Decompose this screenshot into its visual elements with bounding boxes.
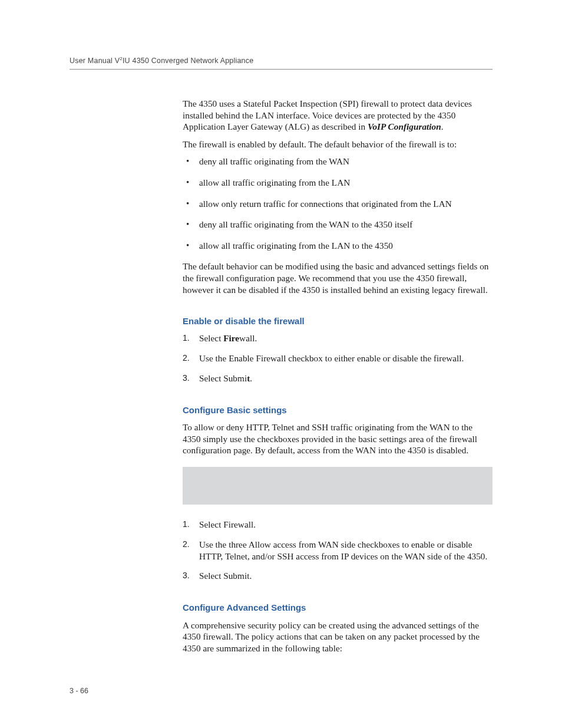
list-item: 2. Use the Enable Firewall checkbox to e…	[183, 353, 492, 364]
list-item: allow only return traffic for connection…	[183, 198, 492, 210]
header-divider	[70, 69, 492, 70]
step-text: Select Submi	[199, 373, 247, 383]
section-title-enable-disable: Enable or disable the firewall	[183, 315, 492, 327]
step-text: Select Submit.	[199, 571, 252, 581]
intro-text-end: .	[441, 121, 444, 131]
default-behavior-list: deny all traffic originating from the WA…	[183, 156, 492, 251]
basic-settings-steps: 1. Select Firewall. 2. Use the three All…	[183, 519, 492, 582]
intro-emphasis: VoIP Configuration	[368, 121, 441, 131]
step-number: 3.	[183, 373, 190, 383]
list-item: allow all traffic originating from the L…	[183, 177, 492, 189]
intro-paragraph-2: The firewall is enabled by default. The …	[183, 139, 492, 150]
main-content: The 4350 uses a Stateful Packet Inspecti…	[183, 98, 492, 654]
list-item: 2. Use the three Allow access from WAN s…	[183, 539, 492, 562]
list-item: deny all traffic originating from the WA…	[183, 219, 492, 230]
step-text: Use the three Allow access from WAN side…	[199, 539, 487, 561]
placeholder-box	[183, 467, 492, 505]
step-text: Select	[199, 333, 223, 343]
step-number: 3.	[183, 570, 190, 581]
step-text-end: .	[250, 373, 252, 383]
step-number: 1.	[183, 332, 190, 343]
post-bullets-paragraph: The default behavior can be modified usi…	[183, 261, 492, 295]
page-number: 3 - 66	[70, 687, 88, 695]
intro-paragraph-1: The 4350 uses a Stateful Packet Inspecti…	[183, 98, 492, 133]
step-text-end: wall.	[239, 333, 257, 343]
basic-settings-paragraph: To allow or deny HTTP, Telnet and SSH tr…	[183, 421, 492, 456]
list-item: 3. Select Submit.	[183, 373, 492, 384]
page-header: User Manual V2IU 4350 Converged Network …	[70, 56, 492, 69]
list-item: 1. Select Firewall.	[183, 332, 492, 344]
list-item: 3. Select Submit.	[183, 570, 492, 582]
step-number: 2.	[183, 353, 190, 363]
enable-disable-steps: 1. Select Firewall. 2. Use the Enable Fi…	[183, 332, 492, 384]
step-number: 2.	[183, 539, 190, 549]
step-number: 1.	[183, 519, 190, 529]
header-prefix: User Manual V	[70, 57, 120, 65]
section-title-basic-settings: Configure Basic settings	[183, 404, 492, 416]
step-text: Use the Enable Firewall checkbox to eith…	[199, 353, 464, 363]
step-text: Select Firewall.	[199, 519, 256, 529]
list-item: 1. Select Firewall.	[183, 519, 492, 531]
step-bold: Fire	[223, 333, 239, 343]
header-suffix: IU 4350 Converged Network Appliance	[123, 57, 253, 65]
list-item: allow all traffic originating from the L…	[183, 240, 492, 252]
advanced-settings-paragraph: A comprehensive security policy can be c…	[183, 620, 492, 654]
list-item: deny all traffic originating from the WA…	[183, 156, 492, 167]
section-title-advanced-settings: Configure Advanced Settings	[183, 602, 492, 613]
